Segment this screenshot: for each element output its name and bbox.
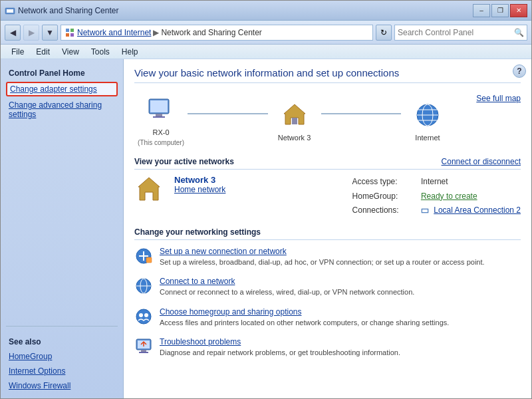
access-type-row: Access type: Internet (352, 175, 521, 190)
sidebar-item-change-adapter[interactable]: Change adapter settings (6, 82, 118, 96)
network-name: Network 3 (174, 175, 344, 185)
connections-value[interactable]: Local Area Connection 2 (434, 205, 521, 215)
svg-rect-1 (7, 9, 13, 13)
svg-rect-23 (146, 257, 152, 263)
connect-network-icon (134, 277, 153, 295)
connections-label: Connections: (352, 203, 419, 218)
breadcrumb-network-internet[interactable]: Network and Internet (77, 28, 151, 37)
svg-rect-5 (70, 33, 74, 37)
node-sublabel-rx0: (This computer) (138, 139, 184, 146)
setting-title-troubleshoot[interactable]: Troubleshoot problems (160, 337, 521, 346)
setting-desc-new-connection: Set up a wireless, broadband, dial-up, a… (160, 258, 485, 266)
node-label-rx0: RX-0 (152, 128, 169, 136)
connect-disconnect-link[interactable]: Connect or disconnect (442, 157, 521, 166)
setting-text-troubleshoot: Troubleshoot problems Diagnose and repai… (160, 337, 521, 358)
search-icon[interactable]: 🔍 (514, 28, 524, 37)
network-icon (134, 175, 166, 218)
homegroup-sharing-icon (134, 307, 153, 326)
node-label-internet: Internet (415, 134, 440, 142)
svg-rect-32 (141, 350, 146, 352)
see-full-map-link[interactable]: See full map (476, 94, 521, 103)
menu-tools[interactable]: Tools (86, 46, 115, 58)
network-diagram: RX-0 (This computer) Netw (134, 94, 521, 146)
svg-point-29 (144, 313, 148, 317)
svg-rect-3 (70, 29, 74, 32)
homegroup-value[interactable]: Ready to create (421, 192, 477, 201)
svg-rect-8 (156, 114, 162, 116)
svg-rect-9 (153, 116, 165, 118)
network-node-network3: Network 3 (268, 99, 321, 142)
sidebar-item-change-advanced[interactable]: Change advanced sharing settings (6, 99, 118, 120)
svg-rect-7 (150, 100, 168, 112)
menu-view[interactable]: View (57, 46, 84, 58)
back-button[interactable]: ◀ (5, 25, 21, 41)
access-type-value: Internet (421, 177, 448, 186)
setting-item-troubleshoot: Troubleshoot problems Diagnose and repai… (134, 337, 521, 358)
network-details: Access type: Internet HomeGroup: Ready t… (352, 175, 521, 218)
new-connection-icon (134, 247, 153, 265)
main-area: Control Panel Home Change adapter settin… (1, 59, 531, 398)
settings-heading: Change your networking settings (134, 227, 521, 240)
setting-item-connect-network: Connect to a network Connect or reconnec… (134, 277, 521, 297)
setting-desc-connect-network: Connect or reconnect to a wireless, wire… (160, 288, 414, 296)
access-type-label: Access type: (352, 175, 419, 190)
sidebar: Control Panel Home Change adapter settin… (1, 59, 124, 398)
see-also-heading: See also (6, 334, 118, 348)
help-button[interactable]: ? (513, 65, 526, 78)
menu-file[interactable]: File (6, 46, 29, 58)
breadcrumb-separator: ▶ (153, 28, 159, 37)
network-category[interactable]: Home network (174, 185, 344, 194)
close-button[interactable]: ✕ (510, 4, 527, 17)
menu-help[interactable]: Help (116, 46, 144, 58)
homegroup-row: HomeGroup: Ready to create (352, 190, 521, 204)
active-networks-section: View your active networks Connect or dis… (134, 157, 521, 170)
network-node-computer: RX-0 (This computer) (134, 94, 188, 146)
svg-rect-19 (422, 209, 428, 212)
node-label-network3: Network 3 (278, 134, 311, 142)
sidebar-home-title: Control Panel Home (6, 66, 118, 79)
connections-row: Connections: Local Area Connection 2 (352, 203, 521, 218)
setting-desc-homegroup-sharing: Access files and printers located on oth… (160, 319, 449, 327)
svg-rect-11 (292, 118, 297, 124)
network-line-2 (321, 113, 402, 114)
sidebar-item-internet-options[interactable]: Internet Options (6, 365, 118, 377)
main-window: Network and Sharing Center – ❐ ✕ ◀ ▶ ▼ N… (0, 0, 532, 399)
network-node-internet: Internet (401, 99, 454, 142)
settings-section: Change your networking settings Set up a… (134, 227, 521, 358)
setting-text-connect-network: Connect to a network Connect or reconnec… (160, 277, 521, 297)
menu-edit[interactable]: Edit (31, 46, 55, 58)
svg-rect-2 (66, 29, 69, 32)
search-box: 🔍 (394, 25, 527, 41)
window-controls: – ❐ ✕ (473, 4, 527, 17)
sidebar-divider (6, 326, 118, 327)
menu-bar: File Edit View Tools Help (1, 45, 531, 59)
dropdown-button[interactable]: ▼ (42, 25, 58, 41)
refresh-button[interactable]: ↻ (376, 25, 392, 41)
forward-button[interactable]: ▶ (23, 25, 39, 41)
sidebar-item-homegroup[interactable]: HomeGroup (6, 350, 118, 362)
homegroup-label: HomeGroup: (352, 190, 419, 204)
setting-item-homegroup-sharing: Choose homegroup and sharing options Acc… (134, 307, 521, 328)
minimize-button[interactable]: – (473, 4, 490, 17)
network-line-1 (188, 113, 268, 114)
setting-title-connect-network[interactable]: Connect to a network (160, 277, 521, 286)
svg-rect-33 (139, 352, 148, 353)
network-info: Network 3 Home network (174, 175, 344, 218)
setting-desc-troubleshoot: Diagnose and repair network problems, or… (160, 348, 400, 356)
setting-text-new-connection: Set up a new connection or network Set u… (160, 247, 521, 267)
address-path: Network and Internet ▶ Network and Shari… (61, 25, 373, 41)
address-bar: ◀ ▶ ▼ Network and Internet ▶ Network and… (1, 21, 531, 45)
setting-title-new-connection[interactable]: Set up a new connection or network (160, 247, 521, 256)
computer-icon (145, 94, 177, 126)
svg-marker-17 (138, 178, 160, 200)
window-title: Network and Sharing Center (18, 6, 473, 15)
title-bar: Network and Sharing Center – ❐ ✕ (1, 1, 531, 21)
svg-rect-4 (66, 33, 69, 37)
setting-title-homegroup-sharing[interactable]: Choose homegroup and sharing options (160, 307, 521, 317)
window-icon (5, 5, 15, 16)
svg-point-28 (139, 313, 143, 317)
troubleshoot-icon (134, 337, 153, 356)
restore-button[interactable]: ❐ (491, 4, 509, 17)
search-input[interactable] (398, 28, 514, 37)
sidebar-item-windows-firewall[interactable]: Windows Firewall (6, 380, 118, 392)
